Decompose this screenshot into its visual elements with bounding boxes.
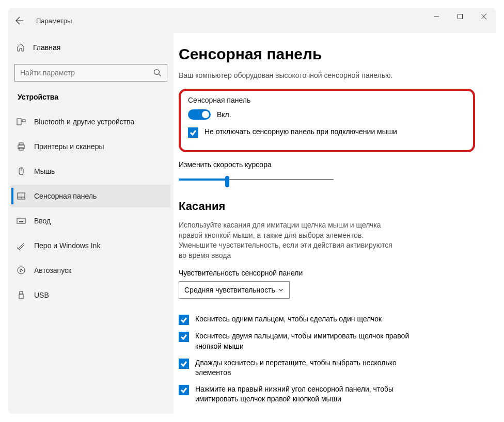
tap-two-label: Коснитесь двумя пальцами, чтобы имитиров… — [195, 331, 412, 351]
check-icon — [180, 360, 187, 367]
highlighted-section: Сенсорная панель Вкл. Не отключать сенсо… — [179, 89, 475, 152]
nav-mouse[interactable]: Мышь — [11, 160, 170, 183]
nav-label: Мышь — [34, 167, 55, 175]
check-icon — [180, 386, 187, 394]
svg-point-4 — [154, 70, 160, 75]
page-description: Ваш компьютер оборудован высокоточной се… — [179, 71, 475, 79]
search-input[interactable] — [14, 64, 167, 82]
nav-label: Сенсорная панель — [34, 192, 97, 200]
search-icon — [153, 69, 162, 77]
nav-pen[interactable]: Перо и Windows Ink — [11, 234, 170, 257]
slider-fill — [179, 178, 228, 181]
svg-rect-23 — [20, 291, 23, 294]
sensitivity-select[interactable]: Средняя чувствительность — [179, 281, 290, 299]
usb-icon — [17, 290, 26, 300]
svg-rect-6 — [17, 119, 21, 125]
bluetooth-icon — [17, 117, 26, 126]
nav-usb[interactable]: USB — [11, 284, 170, 306]
nav-touchpad[interactable]: Сенсорная панель — [11, 185, 170, 207]
nav-typing[interactable]: Ввод — [11, 209, 170, 232]
sensitivity-value: Средняя чувствительность — [184, 286, 275, 294]
cursor-speed-slider[interactable] — [179, 174, 334, 186]
arrow-left-icon — [15, 17, 24, 25]
printer-icon — [17, 142, 26, 151]
toggle-knob — [202, 111, 209, 118]
home-link[interactable]: Главная — [11, 37, 170, 58]
nav-label: USB — [34, 291, 49, 299]
svg-rect-1 — [458, 14, 463, 19]
nav-label: Ввод — [34, 217, 51, 225]
nav-bluetooth[interactable]: Bluetooth и другие устройства — [11, 110, 170, 133]
keyboard-icon — [17, 216, 26, 225]
pen-icon — [17, 241, 26, 250]
tap-single-checkbox[interactable] — [179, 315, 189, 325]
nav-autoplay[interactable]: Автозапуск — [11, 259, 170, 282]
svg-line-5 — [159, 74, 162, 77]
main-content: Сенсорная панель Ваш компьютер оборудова… — [174, 33, 496, 414]
cursor-speed-label: Изменить скорость курсора — [179, 160, 475, 169]
nav-label: Автозапуск — [34, 266, 71, 274]
nav-label: Bluetooth и другие устройства — [34, 118, 134, 126]
check-icon — [180, 333, 187, 340]
window-title: Параметры — [36, 17, 72, 25]
sidebar: Главная Устройства Bluetooth и другие ус… — [8, 33, 174, 414]
maximize-button[interactable] — [448, 8, 472, 25]
toggle-group-label: Сенсорная панель — [188, 96, 466, 104]
tap-single-label: Коснитесь одним пальцем, чтобы сделать о… — [195, 314, 382, 324]
minimize-button[interactable] — [424, 8, 448, 25]
sensitivity-label: Чувствительность сенсорной панели — [179, 269, 475, 277]
svg-rect-7 — [22, 120, 25, 122]
check-icon — [180, 316, 187, 323]
svg-rect-16 — [17, 218, 25, 223]
slider-thumb[interactable] — [225, 176, 229, 187]
mouse-icon — [17, 167, 26, 176]
close-button[interactable] — [472, 8, 496, 25]
search-field[interactable] — [20, 69, 153, 77]
tap-two-checkbox[interactable] — [179, 332, 189, 342]
toggle-state-label: Вкл. — [217, 110, 231, 119]
touches-description: Используйте касания для имитации щелчка … — [179, 220, 401, 261]
corner-click-label: Нажмите на правый нижний угол сенсорной … — [195, 384, 412, 404]
nav-printers[interactable]: Принтеры и сканеры — [11, 135, 170, 158]
touchpad-icon — [17, 191, 26, 201]
svg-rect-9 — [19, 143, 23, 145]
back-button[interactable] — [15, 17, 36, 25]
tap-drag-checkbox[interactable] — [179, 359, 189, 369]
check-icon — [190, 129, 197, 136]
keep-on-mouse-label: Не отключать сенсорную панель при подклю… — [204, 127, 397, 137]
svg-rect-24 — [19, 294, 23, 299]
home-label: Главная — [33, 43, 60, 52]
home-icon — [17, 43, 25, 52]
chevron-down-icon — [278, 287, 284, 293]
autoplay-icon — [17, 266, 26, 275]
page-title: Сенсорная панель — [179, 45, 475, 63]
svg-point-22 — [18, 267, 25, 274]
nav-label: Принтеры и сканеры — [34, 142, 104, 151]
nav-list: Bluetooth и другие устройства Принтеры и… — [11, 110, 170, 306]
titlebar: Параметры — [8, 8, 496, 33]
touches-heading: Касания — [179, 200, 475, 213]
keep-on-mouse-checkbox[interactable] — [188, 127, 198, 138]
corner-click-checkbox[interactable] — [179, 385, 189, 395]
nav-label: Перо и Windows Ink — [34, 241, 100, 250]
tap-drag-label: Дважды коснитесь и перетащите, чтобы выб… — [195, 358, 412, 378]
touchpad-toggle[interactable] — [188, 109, 211, 120]
section-label: Устройства — [11, 91, 170, 110]
